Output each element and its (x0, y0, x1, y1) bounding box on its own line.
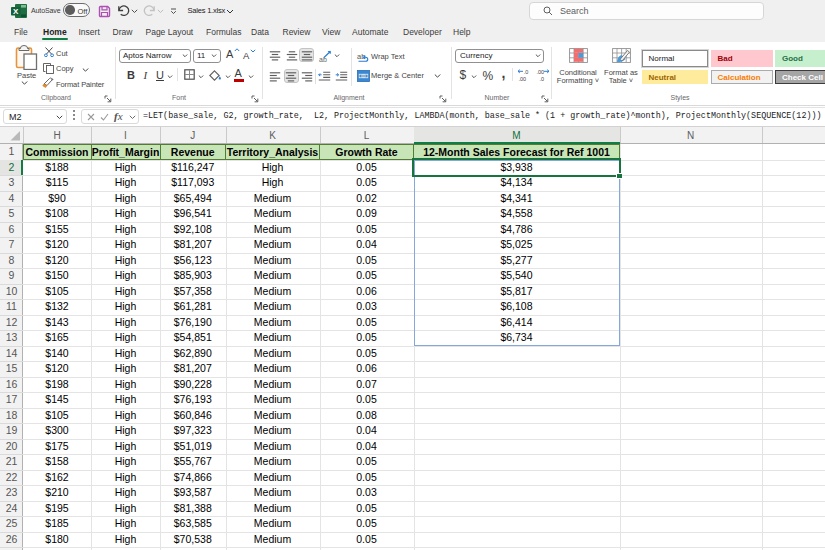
svg-text:X: X (13, 7, 19, 16)
svg-text:.00: .00 (536, 69, 544, 75)
svg-text:.0: .0 (539, 76, 544, 82)
svg-text:.00: .00 (518, 76, 526, 82)
svg-text:.0: .0 (523, 69, 528, 75)
